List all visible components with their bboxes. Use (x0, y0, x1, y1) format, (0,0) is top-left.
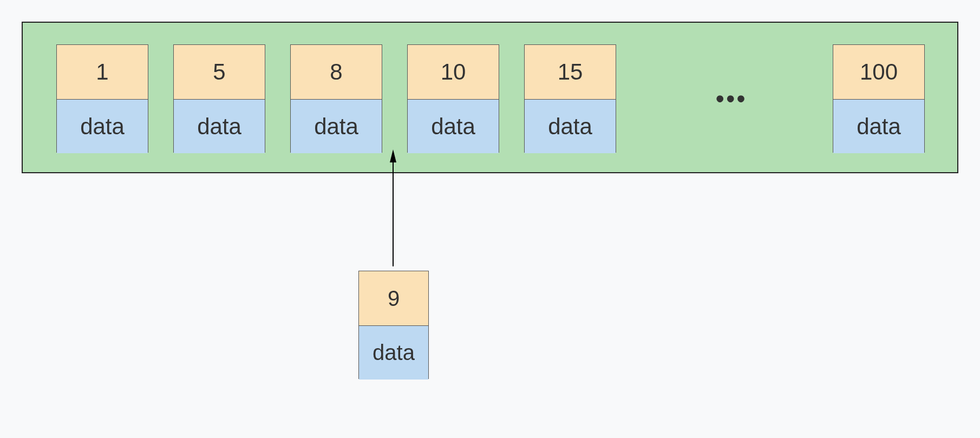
node-key: 10 (408, 45, 499, 100)
node-key: 8 (291, 45, 382, 100)
sorted-list-container: 1 data 5 data 8 data 10 data 15 data •••… (22, 22, 958, 173)
node-data: data (525, 100, 616, 153)
list-node-1: 5 data (173, 44, 265, 153)
node-data: data (174, 100, 265, 153)
node-key: 100 (833, 45, 924, 100)
node-key: 1 (57, 45, 148, 100)
list-node-3: 10 data (407, 44, 499, 153)
diagram-canvas: 1 data 5 data 8 data 10 data 15 data •••… (0, 0, 980, 438)
list-node-4: 15 data (524, 44, 616, 153)
node-key: 15 (525, 45, 616, 100)
node-data: data (408, 100, 499, 153)
insert-node-data: data (359, 326, 428, 380)
ellipsis-icon: ••• (716, 85, 747, 112)
insert-node-key: 9 (359, 271, 428, 326)
insert-node: 9 data (358, 271, 429, 379)
list-node-5: 100 data (833, 44, 925, 153)
node-data: data (291, 100, 382, 153)
list-node-0: 1 data (56, 44, 148, 153)
node-data: data (833, 100, 924, 153)
node-data: data (57, 100, 148, 153)
list-node-2: 8 data (290, 44, 382, 153)
node-key: 5 (174, 45, 265, 100)
insert-arrow-icon (388, 153, 398, 272)
